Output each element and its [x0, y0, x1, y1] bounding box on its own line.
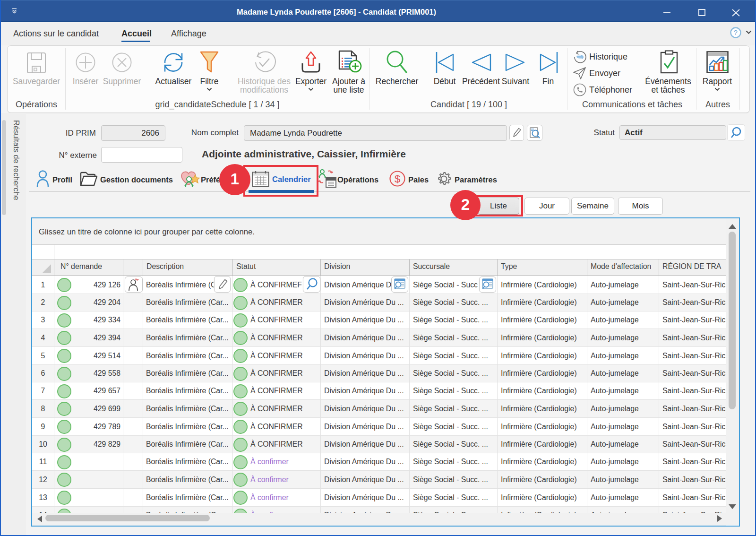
svg-text:?: ?	[734, 29, 738, 36]
svg-text:$: $	[395, 173, 400, 185]
